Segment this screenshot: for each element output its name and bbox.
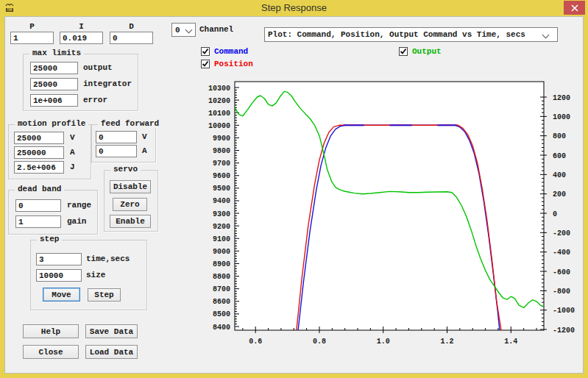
step-response-window: DM Step Response P I D max limits output…: [0, 0, 588, 378]
accel-label: A: [70, 148, 75, 157]
svg-text:10000: 10000: [208, 122, 230, 130]
svg-text:8900: 8900: [213, 260, 230, 268]
d-input[interactable]: [110, 32, 153, 44]
svg-text:9800: 9800: [213, 147, 230, 155]
svg-text:400: 400: [553, 171, 566, 179]
close-button[interactable]: [564, 1, 585, 15]
svg-text:-400: -400: [553, 249, 570, 257]
window-title: Step Response: [0, 0, 588, 16]
svg-text:8500: 8500: [213, 310, 230, 318]
svg-text:9300: 9300: [213, 210, 230, 218]
output-checkbox[interactable]: [399, 47, 408, 56]
help-button[interactable]: Help: [23, 324, 79, 338]
accel-input[interactable]: [14, 146, 64, 159]
check-icon: [202, 48, 209, 55]
step-title: step: [37, 235, 62, 243]
ff-velocity-input[interactable]: [96, 131, 137, 143]
svg-text:0: 0: [553, 210, 557, 218]
plot-select[interactable]: Plot: Command, Position, Output Command …: [264, 27, 558, 42]
servo-enable-button[interactable]: Enable: [110, 215, 151, 228]
feed-forward-title: feed forward: [98, 119, 162, 128]
svg-text:800: 800: [553, 132, 566, 140]
svg-text:1.0: 1.0: [377, 338, 390, 346]
svg-text:9100: 9100: [213, 235, 230, 243]
step-time-label: time,secs: [86, 254, 130, 263]
save-data-button[interactable]: Save Data: [85, 324, 138, 338]
svg-text:9400: 9400: [213, 197, 230, 205]
velocity-label: V: [70, 133, 75, 142]
svg-text:8800: 8800: [213, 273, 230, 281]
ff-velocity-label: V: [142, 132, 147, 141]
step-size-input[interactable]: [36, 269, 82, 282]
servo-disable-button[interactable]: Disable: [110, 180, 151, 193]
max-integrator-label: integrator: [83, 79, 132, 88]
svg-text:9000: 9000: [213, 248, 230, 256]
svg-text:10200: 10200: [208, 97, 230, 105]
max-error-input[interactable]: [30, 94, 78, 107]
servo-zero-button[interactable]: Zero: [113, 198, 147, 211]
ff-accel-label: A: [142, 146, 147, 155]
chevron-down-icon: [542, 32, 550, 39]
svg-text:-1200: -1200: [553, 327, 575, 335]
chevron-down-icon: [185, 26, 193, 34]
chart-plot-svg: 8400850086008700880089009000910092009300…: [207, 74, 584, 367]
svg-text:1.2: 1.2: [441, 338, 454, 346]
command-checkbox[interactable]: [201, 47, 210, 56]
i-input[interactable]: [60, 32, 103, 44]
jerk-input[interactable]: [14, 161, 64, 174]
svg-text:10300: 10300: [208, 85, 230, 93]
d-label: D: [110, 22, 153, 31]
svg-text:600: 600: [553, 152, 566, 160]
step-time-input[interactable]: [36, 253, 82, 265]
chart-container: 8400850086008700880089009000910092009300…: [207, 74, 584, 367]
svg-text:-1000: -1000: [553, 307, 575, 315]
channel-label: Channel: [199, 25, 233, 34]
svg-text:-800: -800: [553, 288, 570, 296]
position-checkbox-label[interactable]: Position: [214, 60, 253, 68]
svg-text:200: 200: [553, 190, 566, 199]
svg-text:0.6: 0.6: [249, 338, 262, 346]
motion-profile-title: motion profile: [15, 119, 88, 128]
ff-accel-input[interactable]: [96, 145, 137, 157]
p-label: P: [10, 22, 54, 31]
max-integrator-input[interactable]: [30, 78, 78, 90]
max-error-label: error: [83, 96, 107, 104]
max-limits-title: max limits: [29, 49, 84, 57]
output-checkbox-label[interactable]: Output: [412, 47, 442, 56]
load-data-button[interactable]: Load Data: [85, 345, 138, 359]
deadband-range-input[interactable]: [15, 199, 61, 212]
position-checkbox[interactable]: [201, 60, 210, 68]
step-size-label: size: [86, 271, 105, 279]
check-icon: [400, 48, 407, 55]
svg-text:8400: 8400: [213, 324, 230, 332]
svg-text:-200: -200: [553, 229, 570, 238]
svg-text:1200: 1200: [553, 94, 570, 102]
channel-select[interactable]: 0: [171, 23, 196, 37]
plot-select-value: Plot: Command, Position, Output Command …: [268, 30, 525, 39]
dialog-body: P I D max limits output integrator error…: [4, 16, 584, 374]
svg-text:0.8: 0.8: [313, 338, 326, 346]
svg-text:9500: 9500: [213, 185, 230, 193]
p-input[interactable]: [10, 32, 54, 44]
svg-text:-600: -600: [553, 268, 570, 277]
check-icon: [202, 60, 209, 68]
deadband-gain-label: gain: [67, 217, 86, 226]
close-icon: [571, 4, 578, 12]
channel-value: 0: [175, 26, 180, 35]
velocity-input[interactable]: [14, 132, 64, 144]
step-button[interactable]: Step: [88, 288, 121, 302]
svg-text:9200: 9200: [213, 223, 230, 231]
dead-band-title: dead band: [15, 185, 64, 193]
svg-text:8600: 8600: [213, 298, 230, 306]
deadband-range-label: range: [67, 201, 91, 210]
command-checkbox-label[interactable]: Command: [214, 47, 248, 56]
servo-title: servo: [110, 165, 141, 174]
move-button[interactable]: Move: [43, 288, 80, 302]
close-dialog-button[interactable]: Close: [23, 345, 79, 359]
jerk-label: J: [70, 163, 75, 171]
svg-text:1000: 1000: [553, 113, 570, 121]
deadband-gain-input[interactable]: [15, 215, 61, 228]
max-output-input[interactable]: [30, 62, 78, 74]
svg-text:8700: 8700: [213, 285, 230, 293]
svg-text:10100: 10100: [208, 110, 230, 118]
